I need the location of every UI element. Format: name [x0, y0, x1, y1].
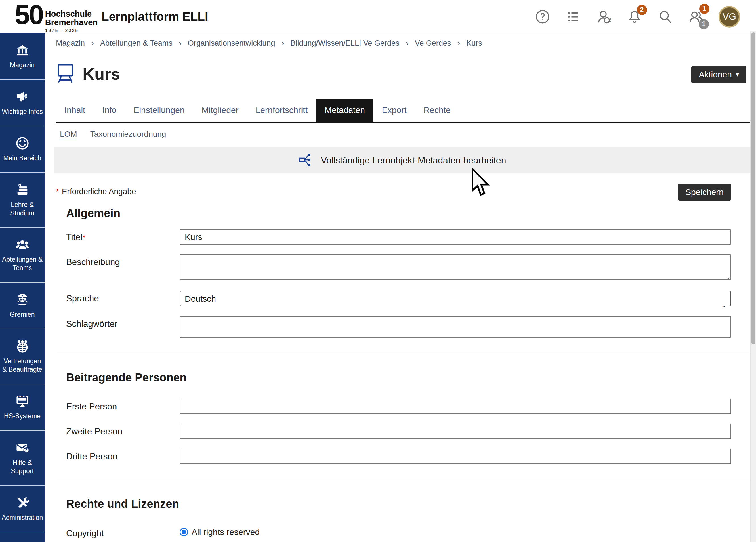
tab-einstellungen[interactable]: Einstellungen [125, 99, 193, 122]
sidebar-item-wichtige-infos[interactable]: Wichtige Infos [0, 80, 45, 126]
password-asterisks-glyph: *** [18, 394, 26, 400]
todo-list-icon[interactable] [565, 9, 581, 25]
section-divider [57, 354, 749, 354]
subtab-taxonomiezuordnung[interactable]: Taxonomiezuordnung [90, 130, 166, 139]
section-heading-rechte: Rechte und Lizenzen [66, 497, 750, 510]
sidebar-item-lehre-studium[interactable]: Lehre & Studium [0, 173, 45, 228]
main-sidebar: Magazin Wichtige Infos Mein Bereich Lehr… [0, 33, 45, 542]
user-status-icon[interactable]: ! [596, 9, 612, 25]
breadcrumb-item[interactable]: Organisationsentwicklung [188, 39, 275, 48]
tab-lernfortschritt[interactable]: Lernfortschritt [247, 99, 316, 122]
chevron-right-icon: › [457, 38, 460, 48]
sidebar-item-gremien[interactable]: Gremien [0, 283, 45, 329]
breadcrumb-item[interactable]: Ve Gerdes [415, 39, 451, 48]
tab-rechte[interactable]: Rechte [415, 99, 459, 122]
sidebar-item-magazin[interactable]: Magazin [0, 33, 45, 80]
breadcrumb-item[interactable]: Magazin [56, 39, 85, 48]
titel-input[interactable] [180, 229, 731, 245]
logo-years: 1975 - 2025 [45, 28, 98, 33]
sidebar-item-abteilungen-teams[interactable]: Abteilungen & Teams [0, 228, 45, 283]
support-question-glyph: ? [24, 447, 28, 453]
search-icon[interactable] [657, 9, 673, 25]
breadcrumb-item[interactable]: Kurs [466, 39, 482, 48]
bell-badge: 2 [637, 5, 647, 15]
section-heading-beitragende: Beitragende Personen [66, 371, 750, 384]
avatar[interactable]: VG [719, 6, 740, 28]
beschreibung-textarea[interactable] [180, 254, 731, 280]
section-divider [57, 480, 749, 480]
beschreibung-label: Beschreibung [66, 254, 180, 267]
sidebar-label: Administration [2, 514, 43, 522]
chevron-right-icon: › [406, 38, 409, 48]
logo-line1: Hochschule [45, 10, 98, 18]
breadcrumb-item[interactable]: Abteilungen & Teams [100, 39, 173, 48]
schlagwoerter-label: Schlagwörter [66, 316, 180, 329]
breadcrumb-item[interactable]: Bildung/Wissen/ELLI Ve Gerdes [290, 39, 399, 48]
edit-full-metadata-banner[interactable]: Vollständige Lernobjekt-Metadaten bearbe… [54, 147, 750, 173]
tab-mitglieder[interactable]: Mitglieder [193, 99, 247, 122]
save-button[interactable]: Speichern [678, 184, 731, 201]
books-icon [15, 182, 30, 197]
help-icon[interactable] [535, 9, 551, 25]
sidebar-item-administration[interactable]: Administration [0, 486, 45, 532]
tab-inhalt[interactable]: Inhalt [56, 99, 94, 122]
committee-icon [15, 292, 30, 307]
chevron-right-icon: › [281, 38, 284, 48]
page-title: Kurs [83, 64, 120, 83]
copyright-label: Copyright [66, 526, 180, 539]
sprache-select[interactable]: Deutsch [180, 291, 731, 306]
sidebar-item-mein-bereich[interactable]: Mein Bereich [0, 126, 45, 173]
sidebar-item-hilfe-support[interactable]: ? Hilfe & Support [0, 431, 45, 486]
sidebar-label: Abteilungen & Teams [2, 255, 43, 272]
monitor-icon: *** [15, 394, 30, 409]
mail-question-icon: ? [15, 440, 30, 455]
bank-icon [15, 43, 30, 58]
erste-person-input[interactable] [180, 399, 731, 414]
app-title: Lernplattform ELLI [102, 0, 208, 33]
group-icon [15, 237, 30, 252]
copyright-option-label: All rights reserved [192, 527, 260, 537]
zweite-person-input[interactable] [180, 424, 731, 439]
smiley-icon [15, 136, 30, 151]
subtab-lom[interactable]: LOM [60, 130, 77, 139]
copyright-radio-selected[interactable] [180, 528, 188, 536]
logo-line2: Bremerhaven [45, 18, 98, 27]
subtab-bar: LOM Taxonomiezuordnung [56, 123, 750, 142]
status-exclaim-glyph: ! [609, 16, 611, 23]
tools-icon [15, 495, 30, 510]
sidebar-label: Hilfe & Support [2, 459, 43, 476]
notifications-bell-icon[interactable]: 2 [627, 9, 642, 25]
hochschule-bremerhaven-logo[interactable]: 50 Hochschule Bremerhaven 1975 - 2025 [15, 2, 98, 33]
chevron-right-icon: › [179, 38, 182, 48]
vertical-scrollbar[interactable] [750, 31, 756, 542]
scrollbar-thumb[interactable] [751, 32, 755, 344]
required-asterisk: * [56, 187, 59, 196]
contacts-badge-top: 1 [699, 4, 709, 14]
required-asterisk: * [82, 233, 85, 242]
sprache-label: Sprache [66, 291, 180, 304]
contacts-icon[interactable]: 1 1 [688, 9, 704, 25]
sidebar-item-vertretungen[interactable]: Vertretungen & Beauftragte [0, 329, 45, 384]
sidebar-label: HS-Systeme [4, 412, 41, 421]
actions-button-label: Aktionen [699, 70, 732, 79]
logo-50-number: 50 [15, 2, 43, 27]
actions-button[interactable]: Aktionen ▾ [691, 66, 746, 83]
titel-label: Titel* [66, 229, 180, 242]
erste-person-label: Erste Person [66, 399, 180, 412]
tab-info[interactable]: Info [94, 99, 125, 122]
edit-full-metadata-label: Vollständige Lernobjekt-Metadaten bearbe… [321, 155, 506, 166]
zweite-person-label: Zweite Person [66, 424, 180, 437]
globe-people-icon [15, 339, 30, 354]
sidebar-item-hs-systeme[interactable]: *** HS-Systeme [0, 384, 45, 431]
schlagwoerter-input[interactable] [180, 316, 731, 338]
section-heading-allgemein: Allgemein [66, 207, 750, 220]
sidebar-label: Wichtige Infos [2, 108, 43, 116]
sidebar-label: Vertretungen & Beauftragte [2, 357, 43, 374]
tab-metadaten[interactable]: Metadaten [316, 99, 373, 123]
chevron-right-icon: › [91, 38, 94, 48]
tab-export[interactable]: Export [373, 99, 415, 122]
breadcrumb: Magazin › Abteilungen & Teams › Organisa… [56, 33, 750, 53]
tab-bar: Inhalt Info Einstellungen Mitglieder Ler… [56, 99, 750, 123]
dritte-person-input[interactable] [180, 449, 731, 464]
sidebar-label: Magazin [10, 61, 35, 70]
